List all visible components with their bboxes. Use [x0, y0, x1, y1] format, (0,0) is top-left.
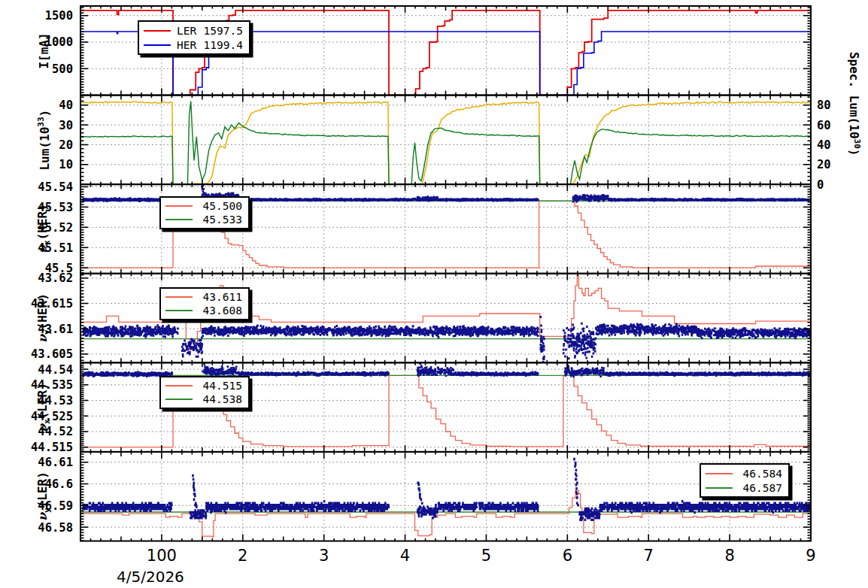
x-tick-label-6h: 6 [563, 547, 572, 565]
legend-series-value: 43.608 [203, 305, 242, 317]
svg-text:80: 80 [817, 99, 831, 112]
svg-text:46.58: 46.58 [38, 521, 73, 535]
legend-series-value: 44.515 [203, 380, 242, 392]
legend-series-value: 43.611 [203, 291, 242, 303]
legend-series-value: 1597.5 [204, 25, 243, 37]
svg-text:40: 40 [59, 99, 73, 112]
legend-nux_her: 45.50045.533 [159, 196, 250, 229]
x-tick-label-7h: 7 [644, 547, 654, 565]
legend-nuy_her: 43.61143.608 [159, 287, 250, 320]
legend-line-swatch [165, 219, 193, 220]
svg-text:46.61: 46.61 [38, 456, 73, 469]
legend-series-value: 1199.4 [204, 39, 243, 51]
legend-series-name: LER [177, 25, 204, 37]
y-axis-label-nuy_ler: νy(LER) [35, 471, 52, 521]
legend-entry: 45.533 [165, 213, 242, 226]
chart-canvas: 500100015001020304002040608045.545.5145.… [0, 0, 868, 588]
series-luminosity-line [80, 102, 811, 185]
x-tick-label-8h: 8 [724, 547, 734, 565]
legend-nuy_ler: 46.58446.587 [700, 463, 790, 498]
legend-line-swatch [165, 399, 193, 400]
x-tick-label-1h: 100 [147, 547, 177, 565]
svg-text:44.515: 44.515 [31, 441, 73, 454]
svg-text:1500: 1500 [45, 9, 73, 23]
x-tick-label-3h: 3 [319, 547, 329, 565]
legend-series-value: 44.538 [203, 393, 242, 405]
svg-text:500: 500 [52, 62, 73, 76]
legend-entry: 44.538 [165, 393, 242, 406]
svg-text:43.62: 43.62 [38, 271, 73, 285]
legend-entry: HER1199.4 [144, 38, 243, 52]
legend-series-name: HER [177, 39, 204, 51]
series-nux_ler-dots [82, 356, 811, 377]
legend-line-swatch [165, 385, 193, 386]
legend-series-value: 46.584 [743, 468, 782, 480]
legend-line-swatch [165, 296, 193, 298]
svg-text:43.605: 43.605 [31, 347, 73, 361]
y-axis-label-nux_ler: νx(LER) [35, 383, 52, 432]
legend-line-swatch [706, 487, 733, 489]
legend-entry: 44.515 [165, 379, 242, 393]
panel-nux_her: 45.545.5145.5245.5345.54 [38, 180, 812, 275]
legend-entry: 46.584 [706, 466, 782, 480]
svg-text:10: 10 [59, 158, 73, 171]
svg-text:20: 20 [817, 158, 831, 171]
legend-entry: 46.587 [706, 480, 782, 495]
legend-series-value: 45.500 [203, 200, 242, 212]
legend-line-swatch [706, 473, 733, 474]
legend-entry: 43.611 [165, 290, 242, 304]
legend-current: LER1597.5HER1199.4 [138, 20, 250, 55]
legend-nux_ler: 44.51544.538 [159, 376, 250, 409]
legend-line-swatch [144, 30, 171, 32]
x-tick-label-4h: 4 [400, 547, 410, 565]
y-axis-label-nux_her: νx(HER) [35, 205, 52, 254]
legend-series-value: 46.587 [743, 482, 782, 494]
x-tick-label-5h: 5 [481, 547, 491, 565]
panel-nuy_her: 43.60543.6143.61543.62 [31, 271, 812, 362]
panel-luminosity: 10203040020406080 [59, 95, 830, 192]
x-tick-label-2h: 2 [238, 547, 247, 565]
legend-entry: LER1597.5 [144, 23, 243, 38]
series-nuy_her-dots [82, 316, 812, 363]
y-axis-label-luminosity: Lum(1033) [36, 110, 51, 171]
svg-text:44.54: 44.54 [38, 363, 73, 377]
svg-text:30: 30 [59, 119, 73, 132]
panel-nuy_ler: 46.5846.5946.646.61 [38, 452, 812, 541]
legend-entry: 43.608 [165, 304, 242, 317]
svg-text:20: 20 [59, 138, 73, 152]
x-axis-date-label: 4/5/2026 [117, 568, 184, 586]
legend-line-swatch [165, 310, 193, 311]
tune-monitor-chart: 500100015001020304002040608045.545.5145.… [0, 0, 868, 588]
legend-series-value: 45.533 [203, 214, 242, 226]
series-luminosity-line [80, 102, 811, 185]
svg-text:45.54: 45.54 [38, 180, 73, 194]
y-axis-label-current: I[mA] [37, 32, 51, 68]
x-tick-label-9h: 9 [806, 547, 815, 565]
panel-nux_ler: 44.51544.5244.52544.5344.53544.54 [31, 356, 811, 454]
legend-line-swatch [165, 205, 193, 207]
y-axis-label-nuy_her: νy(HER) [35, 293, 52, 343]
legend-entry: 45.500 [165, 199, 242, 213]
svg-text:0: 0 [817, 178, 824, 192]
right-axis-label-spec-lum: Spec. Lum(1030) [847, 52, 862, 156]
svg-text:60: 60 [817, 119, 831, 132]
legend-line-swatch [144, 44, 171, 46]
svg-text:40: 40 [817, 138, 831, 152]
